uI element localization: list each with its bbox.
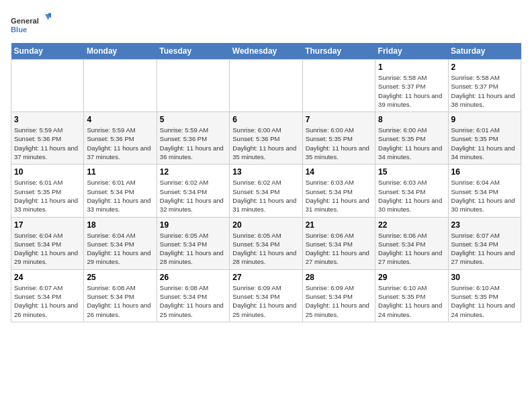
calendar-cell: 30Sunrise: 6:10 AMSunset: 5:35 PMDayligh… [448, 269, 521, 322]
day-number: 5 [160, 115, 226, 124]
day-of-week-header: Monday [84, 43, 157, 60]
day-number: 21 [306, 220, 372, 230]
calendar-week-row: 3Sunrise: 5:59 AMSunset: 5:36 PMDaylight… [11, 112, 521, 165]
calendar-cell: 21Sunrise: 6:06 AMSunset: 5:34 PMDayligh… [302, 217, 375, 269]
day-of-week-header: Friday [375, 43, 448, 60]
calendar-cell: 27Sunrise: 6:09 AMSunset: 5:34 PMDayligh… [230, 269, 302, 322]
day-detail: Sunrise: 6:09 AMSunset: 5:34 PMDaylight:… [232, 283, 299, 319]
calendar-cell: 29Sunrise: 6:10 AMSunset: 5:35 PMDayligh… [375, 269, 448, 322]
day-detail: Sunrise: 6:05 AMSunset: 5:34 PMDaylight:… [160, 231, 226, 267]
calendar-cell: 25Sunrise: 6:08 AMSunset: 5:34 PMDayligh… [84, 269, 157, 322]
calendar-cell: 5Sunrise: 5:59 AMSunset: 5:36 PMDaylight… [157, 112, 229, 165]
day-of-week-header: Wednesday [230, 43, 302, 60]
day-of-week-header: Saturday [448, 43, 521, 60]
svg-text:General: General [11, 17, 39, 25]
calendar-week-row: 1Sunrise: 5:58 AMSunset: 5:37 PMDaylight… [11, 60, 521, 112]
calendar-week-row: 10Sunrise: 6:01 AMSunset: 5:35 PMDayligh… [11, 165, 521, 217]
day-detail: Sunrise: 6:02 AMSunset: 5:34 PMDaylight:… [232, 178, 299, 214]
day-detail: Sunrise: 6:07 AMSunset: 5:34 PMDaylight:… [14, 283, 81, 319]
day-detail: Sunrise: 6:10 AMSunset: 5:35 PMDaylight:… [451, 283, 518, 319]
calendar-cell: 3Sunrise: 5:59 AMSunset: 5:36 PMDaylight… [11, 112, 84, 165]
day-number: 18 [87, 220, 153, 230]
day-detail: Sunrise: 5:59 AMSunset: 5:36 PMDaylight:… [14, 126, 81, 161]
day-number: 4 [87, 115, 153, 124]
day-number: 24 [14, 273, 81, 282]
logo: General Blue [11, 11, 51, 38]
day-detail: Sunrise: 6:02 AMSunset: 5:34 PMDaylight:… [160, 178, 226, 214]
day-detail: Sunrise: 6:01 AMSunset: 5:35 PMDaylight:… [451, 126, 518, 161]
day-detail: Sunrise: 6:05 AMSunset: 5:34 PMDaylight:… [232, 231, 299, 267]
calendar-cell: 8Sunrise: 6:00 AMSunset: 5:35 PMDaylight… [375, 112, 448, 165]
calendar-cell: 6Sunrise: 6:00 AMSunset: 5:36 PMDaylight… [230, 112, 302, 165]
calendar-cell: 13Sunrise: 6:02 AMSunset: 5:34 PMDayligh… [230, 165, 302, 217]
calendar-cell: 14Sunrise: 6:03 AMSunset: 5:34 PMDayligh… [302, 165, 375, 217]
day-detail: Sunrise: 6:08 AMSunset: 5:34 PMDaylight:… [87, 283, 153, 319]
day-number: 30 [451, 273, 518, 282]
calendar-cell: 22Sunrise: 6:06 AMSunset: 5:34 PMDayligh… [375, 217, 448, 269]
calendar-cell: 11Sunrise: 6:01 AMSunset: 5:34 PMDayligh… [84, 165, 157, 217]
calendar-cell [302, 60, 375, 112]
header-row: SundayMondayTuesdayWednesdayThursdayFrid… [11, 43, 521, 60]
calendar-week-row: 24Sunrise: 6:07 AMSunset: 5:34 PMDayligh… [11, 269, 521, 322]
day-number: 3 [14, 115, 81, 124]
day-detail: Sunrise: 5:58 AMSunset: 5:37 PMDaylight:… [378, 73, 445, 109]
calendar-cell: 9Sunrise: 6:01 AMSunset: 5:35 PMDaylight… [448, 112, 521, 165]
calendar-cell: 20Sunrise: 6:05 AMSunset: 5:34 PMDayligh… [230, 217, 302, 269]
day-number: 19 [160, 220, 226, 230]
day-number: 10 [14, 167, 81, 177]
day-detail: Sunrise: 6:09 AMSunset: 5:34 PMDaylight:… [306, 283, 372, 319]
day-detail: Sunrise: 6:00 AMSunset: 5:36 PMDaylight:… [232, 126, 299, 161]
day-detail: Sunrise: 5:58 AMSunset: 5:37 PMDaylight:… [451, 73, 518, 109]
calendar-cell: 23Sunrise: 6:07 AMSunset: 5:34 PMDayligh… [448, 217, 521, 269]
day-number: 2 [451, 62, 518, 72]
day-detail: Sunrise: 6:03 AMSunset: 5:34 PMDaylight:… [306, 178, 372, 214]
day-number: 11 [87, 167, 153, 177]
day-detail: Sunrise: 6:03 AMSunset: 5:34 PMDaylight:… [378, 178, 445, 214]
day-number: 22 [378, 220, 445, 230]
day-detail: Sunrise: 5:59 AMSunset: 5:36 PMDaylight:… [87, 126, 153, 161]
calendar-cell [157, 60, 229, 112]
calendar-cell [11, 60, 84, 112]
calendar-cell: 28Sunrise: 6:09 AMSunset: 5:34 PMDayligh… [302, 269, 375, 322]
day-number: 29 [378, 273, 445, 282]
day-number: 27 [232, 273, 299, 282]
day-detail: Sunrise: 6:04 AMSunset: 5:34 PMDaylight:… [87, 231, 153, 267]
day-detail: Sunrise: 6:00 AMSunset: 5:35 PMDaylight:… [306, 126, 372, 161]
day-detail: Sunrise: 6:06 AMSunset: 5:34 PMDaylight:… [378, 231, 445, 267]
day-number: 7 [306, 115, 372, 124]
calendar-cell: 12Sunrise: 6:02 AMSunset: 5:34 PMDayligh… [157, 165, 229, 217]
day-detail: Sunrise: 6:00 AMSunset: 5:35 PMDaylight:… [378, 126, 445, 161]
logo-svg: General Blue [11, 11, 51, 38]
day-number: 25 [87, 273, 153, 282]
day-number: 14 [306, 167, 372, 177]
calendar-week-row: 17Sunrise: 6:04 AMSunset: 5:34 PMDayligh… [11, 217, 521, 269]
day-detail: Sunrise: 5:59 AMSunset: 5:36 PMDaylight:… [160, 126, 226, 161]
calendar-cell: 10Sunrise: 6:01 AMSunset: 5:35 PMDayligh… [11, 165, 84, 217]
day-number: 20 [232, 220, 299, 230]
calendar-table: SundayMondayTuesdayWednesdayThursdayFrid… [11, 43, 521, 322]
calendar-cell: 26Sunrise: 6:08 AMSunset: 5:34 PMDayligh… [157, 269, 229, 322]
day-detail: Sunrise: 6:04 AMSunset: 5:34 PMDaylight:… [14, 231, 81, 267]
day-number: 8 [378, 115, 445, 124]
day-number: 1 [378, 62, 445, 72]
calendar-cell: 4Sunrise: 5:59 AMSunset: 5:36 PMDaylight… [84, 112, 157, 165]
header: General Blue [11, 11, 521, 38]
day-of-week-header: Tuesday [157, 43, 229, 60]
calendar-cell: 2Sunrise: 5:58 AMSunset: 5:37 PMDaylight… [448, 60, 521, 112]
day-number: 17 [14, 220, 81, 230]
day-detail: Sunrise: 6:01 AMSunset: 5:35 PMDaylight:… [14, 178, 81, 214]
calendar-cell: 24Sunrise: 6:07 AMSunset: 5:34 PMDayligh… [11, 269, 84, 322]
day-number: 28 [306, 273, 372, 282]
calendar-cell: 7Sunrise: 6:00 AMSunset: 5:35 PMDaylight… [302, 112, 375, 165]
day-number: 13 [232, 167, 299, 177]
day-number: 26 [160, 273, 226, 282]
day-detail: Sunrise: 6:01 AMSunset: 5:34 PMDaylight:… [87, 178, 153, 214]
calendar-cell: 17Sunrise: 6:04 AMSunset: 5:34 PMDayligh… [11, 217, 84, 269]
calendar-cell [84, 60, 157, 112]
day-of-week-header: Sunday [11, 43, 84, 60]
calendar-cell: 15Sunrise: 6:03 AMSunset: 5:34 PMDayligh… [375, 165, 448, 217]
calendar-cell: 19Sunrise: 6:05 AMSunset: 5:34 PMDayligh… [157, 217, 229, 269]
day-detail: Sunrise: 6:10 AMSunset: 5:35 PMDaylight:… [378, 283, 445, 319]
calendar-cell: 16Sunrise: 6:04 AMSunset: 5:34 PMDayligh… [448, 165, 521, 217]
day-number: 9 [451, 115, 518, 124]
